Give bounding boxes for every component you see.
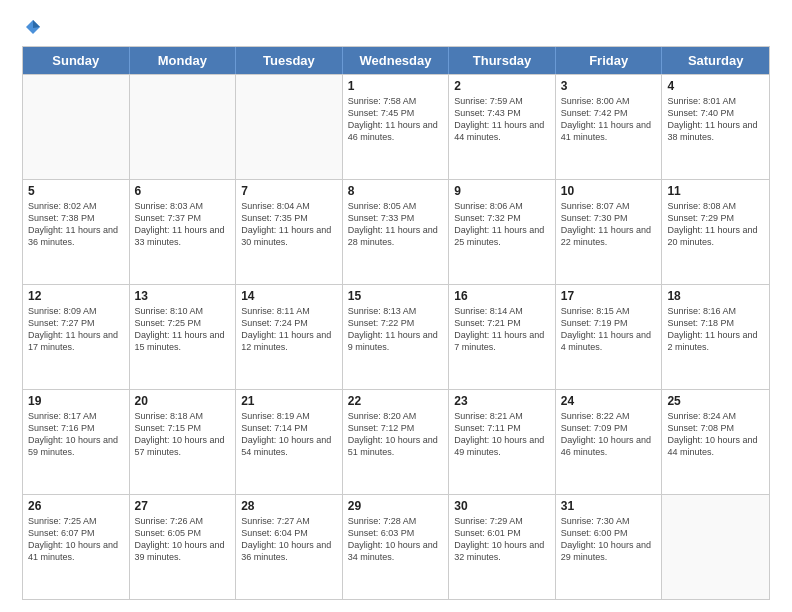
calendar-day-cell: 31Sunrise: 7:30 AMSunset: 6:00 PMDayligh… [556,495,663,599]
calendar-week-row: 19Sunrise: 8:17 AMSunset: 7:16 PMDayligh… [23,389,769,494]
calendar-day-cell: 2Sunrise: 7:59 AMSunset: 7:43 PMDaylight… [449,75,556,179]
header [22,18,770,36]
day-info: Sunrise: 8:06 AMSunset: 7:32 PMDaylight:… [454,200,550,249]
day-number: 24 [561,394,657,408]
day-number: 28 [241,499,337,513]
day-info: Sunrise: 8:17 AMSunset: 7:16 PMDaylight:… [28,410,124,459]
calendar-header-cell: Monday [130,47,237,74]
calendar-day-cell: 27Sunrise: 7:26 AMSunset: 6:05 PMDayligh… [130,495,237,599]
logo-icon [24,18,42,36]
calendar-week-row: 5Sunrise: 8:02 AMSunset: 7:38 PMDaylight… [23,179,769,284]
calendar-header-cell: Thursday [449,47,556,74]
day-number: 21 [241,394,337,408]
calendar-day-cell: 30Sunrise: 7:29 AMSunset: 6:01 PMDayligh… [449,495,556,599]
day-number: 18 [667,289,764,303]
calendar-header-cell: Wednesday [343,47,450,74]
day-info: Sunrise: 7:27 AMSunset: 6:04 PMDaylight:… [241,515,337,564]
calendar-day-cell: 22Sunrise: 8:20 AMSunset: 7:12 PMDayligh… [343,390,450,494]
day-number: 2 [454,79,550,93]
calendar-day-cell [130,75,237,179]
calendar-day-cell: 3Sunrise: 8:00 AMSunset: 7:42 PMDaylight… [556,75,663,179]
day-number: 10 [561,184,657,198]
day-number: 7 [241,184,337,198]
calendar-day-cell [662,495,769,599]
day-info: Sunrise: 8:11 AMSunset: 7:24 PMDaylight:… [241,305,337,354]
calendar-day-cell: 4Sunrise: 8:01 AMSunset: 7:40 PMDaylight… [662,75,769,179]
day-number: 12 [28,289,124,303]
day-number: 26 [28,499,124,513]
day-number: 16 [454,289,550,303]
day-number: 19 [28,394,124,408]
day-number: 4 [667,79,764,93]
calendar-day-cell: 5Sunrise: 8:02 AMSunset: 7:38 PMDaylight… [23,180,130,284]
calendar-day-cell: 1Sunrise: 7:58 AMSunset: 7:45 PMDaylight… [343,75,450,179]
day-info: Sunrise: 8:22 AMSunset: 7:09 PMDaylight:… [561,410,657,459]
day-info: Sunrise: 8:20 AMSunset: 7:12 PMDaylight:… [348,410,444,459]
day-number: 5 [28,184,124,198]
calendar-day-cell: 10Sunrise: 8:07 AMSunset: 7:30 PMDayligh… [556,180,663,284]
calendar-header-cell: Saturday [662,47,769,74]
day-info: Sunrise: 8:15 AMSunset: 7:19 PMDaylight:… [561,305,657,354]
day-info: Sunrise: 8:24 AMSunset: 7:08 PMDaylight:… [667,410,764,459]
calendar-day-cell: 26Sunrise: 7:25 AMSunset: 6:07 PMDayligh… [23,495,130,599]
day-info: Sunrise: 8:10 AMSunset: 7:25 PMDaylight:… [135,305,231,354]
calendar-week-row: 1Sunrise: 7:58 AMSunset: 7:45 PMDaylight… [23,74,769,179]
day-info: Sunrise: 8:03 AMSunset: 7:37 PMDaylight:… [135,200,231,249]
day-number: 31 [561,499,657,513]
day-number: 20 [135,394,231,408]
day-info: Sunrise: 8:05 AMSunset: 7:33 PMDaylight:… [348,200,444,249]
day-number: 1 [348,79,444,93]
day-number: 8 [348,184,444,198]
day-number: 27 [135,499,231,513]
calendar-day-cell: 21Sunrise: 8:19 AMSunset: 7:14 PMDayligh… [236,390,343,494]
day-number: 13 [135,289,231,303]
day-info: Sunrise: 8:18 AMSunset: 7:15 PMDaylight:… [135,410,231,459]
calendar-day-cell: 24Sunrise: 8:22 AMSunset: 7:09 PMDayligh… [556,390,663,494]
calendar-day-cell: 19Sunrise: 8:17 AMSunset: 7:16 PMDayligh… [23,390,130,494]
day-number: 25 [667,394,764,408]
day-number: 22 [348,394,444,408]
day-info: Sunrise: 8:09 AMSunset: 7:27 PMDaylight:… [28,305,124,354]
calendar-body: 1Sunrise: 7:58 AMSunset: 7:45 PMDaylight… [23,74,769,599]
day-number: 23 [454,394,550,408]
day-number: 17 [561,289,657,303]
day-info: Sunrise: 7:29 AMSunset: 6:01 PMDaylight:… [454,515,550,564]
page: SundayMondayTuesdayWednesdayThursdayFrid… [0,0,792,612]
day-info: Sunrise: 8:04 AMSunset: 7:35 PMDaylight:… [241,200,337,249]
calendar-day-cell: 25Sunrise: 8:24 AMSunset: 7:08 PMDayligh… [662,390,769,494]
day-info: Sunrise: 7:59 AMSunset: 7:43 PMDaylight:… [454,95,550,144]
day-number: 11 [667,184,764,198]
day-info: Sunrise: 8:00 AMSunset: 7:42 PMDaylight:… [561,95,657,144]
day-info: Sunrise: 8:14 AMSunset: 7:21 PMDaylight:… [454,305,550,354]
calendar-day-cell: 15Sunrise: 8:13 AMSunset: 7:22 PMDayligh… [343,285,450,389]
day-number: 3 [561,79,657,93]
day-info: Sunrise: 7:28 AMSunset: 6:03 PMDaylight:… [348,515,444,564]
day-number: 9 [454,184,550,198]
day-info: Sunrise: 7:25 AMSunset: 6:07 PMDaylight:… [28,515,124,564]
day-number: 30 [454,499,550,513]
day-number: 15 [348,289,444,303]
day-number: 14 [241,289,337,303]
calendar-day-cell [236,75,343,179]
day-number: 6 [135,184,231,198]
svg-marker-1 [33,20,40,28]
day-info: Sunrise: 8:19 AMSunset: 7:14 PMDaylight:… [241,410,337,459]
day-info: Sunrise: 8:01 AMSunset: 7:40 PMDaylight:… [667,95,764,144]
day-info: Sunrise: 8:16 AMSunset: 7:18 PMDaylight:… [667,305,764,354]
calendar-day-cell: 11Sunrise: 8:08 AMSunset: 7:29 PMDayligh… [662,180,769,284]
calendar-day-cell: 12Sunrise: 8:09 AMSunset: 7:27 PMDayligh… [23,285,130,389]
calendar-week-row: 26Sunrise: 7:25 AMSunset: 6:07 PMDayligh… [23,494,769,599]
calendar-day-cell: 16Sunrise: 8:14 AMSunset: 7:21 PMDayligh… [449,285,556,389]
day-number: 29 [348,499,444,513]
day-info: Sunrise: 7:26 AMSunset: 6:05 PMDaylight:… [135,515,231,564]
calendar-day-cell [23,75,130,179]
day-info: Sunrise: 8:07 AMSunset: 7:30 PMDaylight:… [561,200,657,249]
calendar-day-cell: 7Sunrise: 8:04 AMSunset: 7:35 PMDaylight… [236,180,343,284]
calendar-day-cell: 17Sunrise: 8:15 AMSunset: 7:19 PMDayligh… [556,285,663,389]
calendar-day-cell: 18Sunrise: 8:16 AMSunset: 7:18 PMDayligh… [662,285,769,389]
calendar-day-cell: 9Sunrise: 8:06 AMSunset: 7:32 PMDaylight… [449,180,556,284]
day-info: Sunrise: 7:30 AMSunset: 6:00 PMDaylight:… [561,515,657,564]
calendar: SundayMondayTuesdayWednesdayThursdayFrid… [22,46,770,600]
calendar-day-cell: 29Sunrise: 7:28 AMSunset: 6:03 PMDayligh… [343,495,450,599]
calendar-day-cell: 20Sunrise: 8:18 AMSunset: 7:15 PMDayligh… [130,390,237,494]
